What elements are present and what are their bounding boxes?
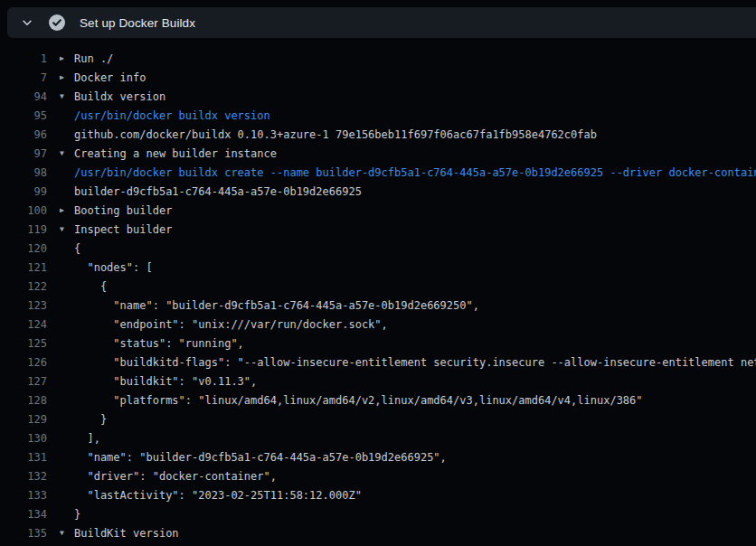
line-number[interactable]: 134 xyxy=(0,508,47,521)
line-number[interactable]: 132 xyxy=(0,470,47,483)
log-text: "driver": "docker-container", xyxy=(74,470,277,483)
log-row: 99builder-d9cfb5a1-c764-445a-a57e-0b19d2… xyxy=(0,182,756,201)
log-text: Inspect builder xyxy=(74,223,172,236)
log-text: "platforms": "linux/amd64,linux/amd64/v2… xyxy=(74,394,643,407)
line-number[interactable]: 133 xyxy=(0,489,47,502)
step-header[interactable]: Set up Docker Buildx xyxy=(7,7,756,38)
log-group-row[interactable]: 1▶Run ./ xyxy=(0,49,756,68)
log-row: 131 "name": "builder-d9cfb5a1-c764-445a-… xyxy=(0,447,756,466)
line-number[interactable]: 97 xyxy=(0,147,47,160)
log-group-row[interactable]: 94▼Buildx version xyxy=(0,87,756,106)
line-number[interactable]: 100 xyxy=(0,204,47,217)
log-row: 127 "buildkit": "v0.11.3", xyxy=(0,372,756,391)
log-text: Docker info xyxy=(74,71,146,84)
log-text: } xyxy=(74,413,107,426)
line-number[interactable]: 122 xyxy=(0,280,47,293)
log-row: 133 "lastActivity": "2023-02-25T11:58:12… xyxy=(0,485,756,504)
line-number[interactable]: 129 xyxy=(0,413,47,426)
log-row: 125 "status": "running", xyxy=(0,334,756,353)
log-text: Run ./ xyxy=(74,52,113,65)
log-text: "name": "builder-d9cfb5a1-c764-445a-a57e… xyxy=(74,451,447,464)
log-text: "endpoint": "unix:///var/run/docker.sock… xyxy=(74,318,388,331)
line-number[interactable]: 124 xyxy=(0,318,47,331)
log-row: 121 "nodes": [ xyxy=(0,258,756,277)
log-group-row[interactable]: 100▶Booting builder xyxy=(0,201,756,220)
log-text: "lastActivity": "2023-02-25T11:58:12.000… xyxy=(74,489,362,502)
line-number[interactable]: 1 xyxy=(0,52,47,65)
group-expanded-triangle-icon[interactable]: ▼ xyxy=(60,144,74,163)
log-group-row[interactable]: 135▼BuildKit version xyxy=(0,523,756,542)
line-number[interactable]: 131 xyxy=(0,451,47,464)
line-number[interactable]: 94 xyxy=(0,90,47,103)
log-text: builder-d9cfb5a1-c764-445a-a57e-0b19d2e6… xyxy=(74,185,362,198)
group-collapsed-triangle-icon[interactable]: ▶ xyxy=(60,49,74,68)
line-number[interactable]: 125 xyxy=(0,337,47,350)
actions-log-viewer: Set up Docker Buildx 1▶Run ./7▶Docker in… xyxy=(0,0,756,546)
line-number[interactable]: 96 xyxy=(0,128,47,141)
log-group-row[interactable]: 97▼Creating a new builder instance xyxy=(0,144,756,163)
log-text: Booting builder xyxy=(74,204,172,217)
log-text: { xyxy=(74,242,80,255)
log-row: 95/usr/bin/docker buildx version xyxy=(0,106,756,125)
log-row: 130 ], xyxy=(0,428,756,447)
line-number[interactable]: 126 xyxy=(0,356,47,369)
log-row: 126 "buildkitd-flags": "--allow-insecure… xyxy=(0,353,756,372)
line-number[interactable]: 135 xyxy=(0,527,47,540)
group-expanded-triangle-icon[interactable]: ▼ xyxy=(60,220,74,239)
line-number[interactable]: 130 xyxy=(0,432,47,445)
log-group-row[interactable]: 119▼Inspect builder xyxy=(0,220,756,239)
log-row: 134} xyxy=(0,504,756,523)
log-lines: 1▶Run ./7▶Docker info94▼Buildx version95… xyxy=(0,38,756,546)
step-success-check-icon xyxy=(49,14,65,31)
log-text: Creating a new builder instance xyxy=(74,147,277,160)
log-row: 128 "platforms": "linux/amd64,linux/amd6… xyxy=(0,391,756,410)
line-number[interactable]: 98 xyxy=(0,166,47,179)
log-text: "buildkit": "v0.11.3", xyxy=(74,375,257,388)
log-row: 132 "driver": "docker-container", xyxy=(0,466,756,485)
log-row: 136builder-d9cfb5a1-c764-445a-a57e-0b19d… xyxy=(0,542,756,546)
step-title: Set up Docker Buildx xyxy=(80,16,195,30)
log-text: "status": "running", xyxy=(74,337,244,350)
log-command-text: /usr/bin/docker buildx create --name bui… xyxy=(74,166,756,179)
group-collapsed-triangle-icon[interactable]: ▶ xyxy=(60,201,74,220)
line-number[interactable]: 128 xyxy=(0,394,47,407)
log-row: 124 "endpoint": "unix:///var/run/docker.… xyxy=(0,315,756,334)
log-text: { xyxy=(74,280,107,293)
line-number[interactable]: 119 xyxy=(0,223,47,236)
log-text: "nodes": [ xyxy=(74,261,153,274)
log-row: 129 } xyxy=(0,410,756,428)
log-command-text: /usr/bin/docker buildx version xyxy=(74,109,270,122)
line-number[interactable]: 120 xyxy=(0,242,47,255)
log-text: ], xyxy=(74,432,100,445)
log-row: 122 { xyxy=(0,277,756,296)
line-number[interactable]: 7 xyxy=(0,71,47,84)
group-expanded-triangle-icon[interactable]: ▼ xyxy=(60,523,74,542)
line-number[interactable]: 95 xyxy=(0,109,47,122)
group-collapsed-triangle-icon[interactable]: ▶ xyxy=(60,68,74,87)
log-text: "name": "builder-d9cfb5a1-c764-445a-a57e… xyxy=(74,299,479,312)
log-group-row[interactable]: 7▶Docker info xyxy=(0,68,756,87)
log-text: github.com/docker/buildx 0.10.3+azure-1 … xyxy=(74,128,597,141)
chevron-down-icon[interactable] xyxy=(20,15,34,30)
log-row: 98/usr/bin/docker buildx create --name b… xyxy=(0,163,756,182)
log-text: BuildKit version xyxy=(74,527,179,540)
log-row: 123 "name": "builder-d9cfb5a1-c764-445a-… xyxy=(0,296,756,315)
group-expanded-triangle-icon[interactable]: ▼ xyxy=(60,87,74,106)
line-number[interactable]: 123 xyxy=(0,299,47,312)
line-number[interactable]: 99 xyxy=(0,185,47,198)
line-number[interactable]: 127 xyxy=(0,375,47,388)
line-number[interactable]: 121 xyxy=(0,261,47,274)
log-row: 120{ xyxy=(0,239,756,258)
log-text: "buildkitd-flags": "--allow-insecure-ent… xyxy=(74,356,756,369)
log-text: } xyxy=(74,508,80,521)
log-text: Buildx version xyxy=(74,90,165,103)
log-row: 96github.com/docker/buildx 0.10.3+azure-… xyxy=(0,125,756,144)
